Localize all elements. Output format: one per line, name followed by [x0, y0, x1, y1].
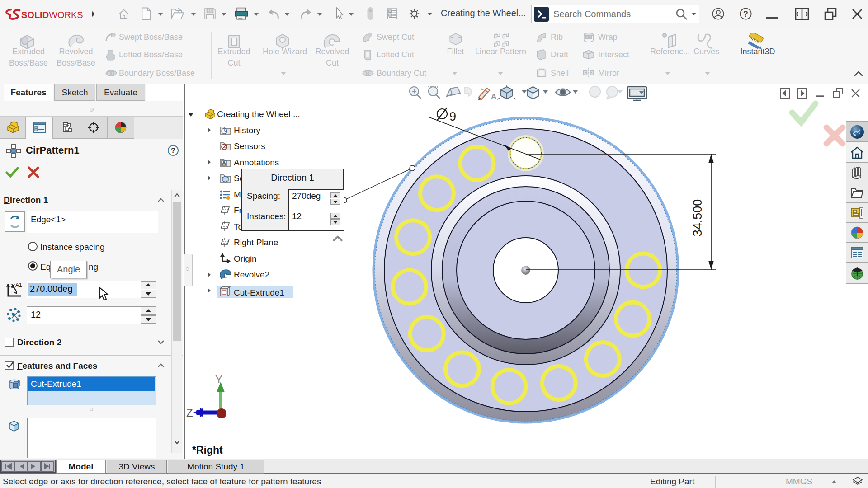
- svg-text:9: 9: [449, 110, 456, 123]
- svg-text:?: ?: [171, 147, 175, 155]
- svg-text:?: ?: [743, 9, 748, 19]
- svg-text:34.500: 34.500: [691, 199, 704, 237]
- svg-text:Y: Y: [215, 373, 222, 385]
- svg-text:Z: Z: [186, 407, 193, 419]
- svg-text:A: A: [491, 92, 496, 101]
- svg-text:A1: A1: [15, 282, 22, 288]
- svg-text:A: A: [222, 160, 226, 166]
